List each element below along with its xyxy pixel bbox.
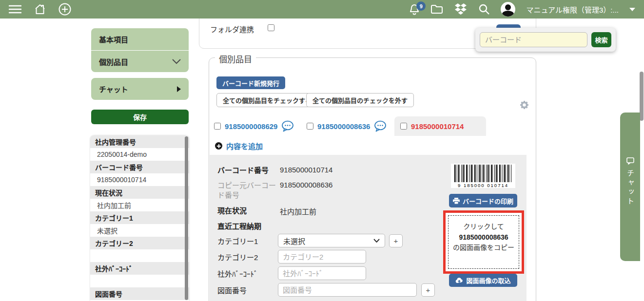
folder-icon[interactable] (430, 4, 443, 15)
comment-bubble-icon[interactable] (281, 120, 294, 132)
plus-circle-icon (215, 142, 222, 150)
item-detail-panel: バーコード番号 9185000010714 コピー元バーコード番号 918500… (210, 155, 527, 301)
category1-selected-value: 未選択 (283, 236, 305, 246)
detail-label: 現在状況 (217, 206, 276, 216)
summary-field-label: カテゴリー1 (90, 211, 189, 224)
summary-panel: 社内管理番号 22050014-demo バーコード番号 91850000107… (90, 135, 189, 301)
folder-link-checkbox[interactable] (268, 24, 274, 31)
notification-count-badge: 9 (416, 1, 426, 11)
uncheck-all-button[interactable]: 全ての個別品目のチェックを外す (306, 93, 414, 107)
user-avatar[interactable] (501, 2, 515, 17)
summary-field-label: 社外ﾊﾞｰｺｰﾄﾞ (90, 262, 189, 275)
item-checkbox[interactable] (214, 123, 221, 130)
sidebar-item-individual-label: 個別品目 (99, 56, 128, 67)
item-tab[interactable]: 9185000008629 (214, 116, 294, 136)
individual-items-fieldset: 個別品目 バーコード新規発行 全ての個別品目をチェックする 全ての個別品目のチェ… (209, 57, 536, 301)
item-barcode-current[interactable]: 9185000010714 (411, 122, 464, 131)
summary-field-label: バーコード番号 (90, 161, 189, 173)
new-barcode-button[interactable]: バーコード新規発行 (216, 76, 285, 89)
drawing-no-add-button[interactable]: + (421, 283, 435, 297)
summary-field-value: 22050014-demo (90, 148, 189, 161)
item-tab-selected[interactable]: 9185000010714 (394, 116, 486, 136)
item-checkbox[interactable] (307, 123, 313, 130)
select-chevron-icon (373, 239, 380, 243)
category1-add-button[interactable]: + (389, 234, 403, 247)
barcode-search-popup: 検索 (475, 28, 616, 52)
panel-scrollbar[interactable] (185, 136, 188, 300)
detail-value: 9185000008636 (280, 181, 332, 189)
upload-cloud-icon (455, 278, 463, 283)
drawing-no-label: 図面番号 (217, 286, 276, 296)
topbar-left-icons (0, 3, 71, 16)
import-drawing-button[interactable]: 図面画像の取込 (449, 274, 517, 287)
print-barcode-button[interactable]: バーコードの印刷 (449, 194, 517, 207)
item-barcode-link[interactable]: 9185000008629 (225, 122, 277, 131)
print-barcode-label: バーコードの印刷 (463, 196, 513, 206)
item-tab[interactable]: 9185000008636 (307, 116, 387, 136)
gear-icon[interactable] (520, 101, 528, 111)
chat-side-tab-label: チャット (625, 169, 635, 207)
summary-field-label: 社内管理番号 (90, 135, 189, 148)
summary-field-value: 社内加工前 (90, 199, 189, 211)
check-all-button[interactable]: 全ての個別品目をチェックする (216, 93, 318, 107)
window-scrollbar-thumb[interactable] (640, 72, 644, 121)
barcode-image: 9 185000 010714 (451, 164, 515, 188)
category2-label: カテゴリー2 (217, 253, 276, 263)
summary-field-value (90, 249, 189, 262)
summary-field-value: 9185000010714 (90, 173, 189, 186)
dropbox-icon[interactable] (454, 3, 468, 16)
avatar-body-shape (502, 11, 514, 17)
barcode-search-input[interactable] (480, 32, 587, 47)
home-icon[interactable] (34, 3, 46, 15)
search-icon[interactable] (478, 3, 490, 15)
menu-icon[interactable] (9, 4, 21, 14)
sidebar-item-basic-label: 基本項目 (99, 34, 128, 44)
copy-source-number: 9185000008636 (449, 232, 519, 243)
category2-input[interactable] (278, 250, 366, 263)
sidebar-nav: 基本項目 個別品目 (91, 28, 189, 72)
notifications-bell-icon[interactable]: 9 (409, 3, 420, 15)
chevron-down-icon (172, 59, 181, 64)
category1-select[interactable]: 未選択 (278, 234, 385, 247)
copy-line2: の図面画像をコピー (449, 243, 519, 253)
summary-field-label: カテゴリー2 (90, 237, 189, 249)
topbar-right-icons: 9 マニュアル権限（管理3）:... (409, 2, 644, 17)
folder-link-label: フォルダ連携 (210, 24, 254, 34)
account-caret-down-icon[interactable] (629, 8, 635, 11)
sidebar-item-individual[interactable]: 個別品目 (91, 50, 189, 72)
search-submit-button[interactable]: 検索 (591, 32, 611, 47)
copy-line1: クリックして (449, 222, 519, 232)
detail-label: コピー元バーコード番号 (217, 181, 276, 201)
barcode-number-text: 9 185000 010714 (458, 183, 508, 188)
ext-barcode-label: 社外ﾊﾞｰｺｰﾄﾞ (217, 269, 276, 279)
sidebar-item-basic[interactable]: 基本項目 (91, 28, 189, 50)
summary-field-value: 未選択 (90, 224, 189, 237)
app-window: 9 マニュアル権限（管理3）:... 基本項目 個別品目 (0, 0, 644, 301)
category1-label: カテゴリー1 (217, 237, 276, 246)
chat-side-tab[interactable]: チャット (620, 113, 640, 261)
sidebar-chat-label: チャット (99, 84, 128, 94)
detail-value: 社内加工前 (280, 206, 316, 216)
item-barcode-link[interactable]: 9185000008636 (317, 122, 370, 131)
triangle-right-icon (177, 86, 181, 92)
import-drawing-label: 図面画像の取込 (466, 276, 510, 285)
detail-label: バーコード番号 (217, 166, 276, 175)
item-tabs-row: 9185000008629 9185000008636 918500001071… (209, 116, 536, 136)
sidebar-chat-button[interactable]: チャット (91, 78, 189, 100)
save-button[interactable]: 保存 (91, 110, 189, 124)
barcode-bars (454, 165, 512, 182)
summary-field-value (90, 275, 189, 287)
add-new-icon[interactable] (59, 3, 71, 16)
printer-icon (453, 198, 460, 204)
copy-drawing-inner: クリックして 9185000008636 の図面画像をコピー (448, 215, 519, 269)
account-label[interactable]: マニュアル権限（管理3）:... (526, 4, 619, 15)
detail-label: 直近工程納期 (217, 222, 276, 231)
summary-field-label: 現在状況 (90, 186, 189, 199)
ext-barcode-input[interactable] (278, 266, 366, 280)
comment-bubble-icon[interactable] (374, 120, 387, 132)
copy-drawing-dropzone[interactable]: クリックして 9185000008636 の図面画像をコピー (443, 210, 524, 274)
item-checkbox[interactable] (400, 123, 407, 130)
add-content-link[interactable]: 内容を追加 (215, 141, 263, 151)
drawing-no-input[interactable] (278, 283, 417, 297)
detail-value: 9185000010714 (280, 166, 332, 174)
